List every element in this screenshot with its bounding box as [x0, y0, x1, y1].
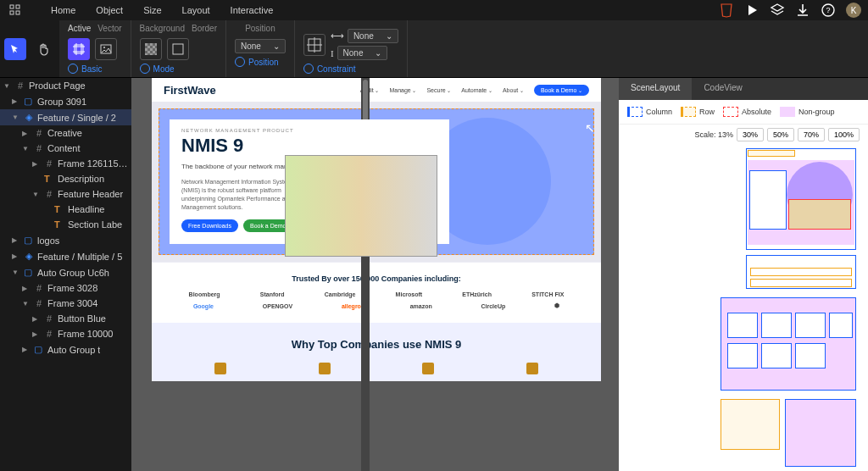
position-foot-icon	[235, 57, 245, 67]
html5-icon[interactable]	[719, 3, 734, 18]
minimap[interactable]	[619, 145, 868, 471]
page-logo: FirstWave	[164, 84, 216, 97]
layer-row[interactable]: TDescription	[0, 171, 131, 186]
menu-size[interactable]: Size	[133, 2, 171, 19]
hero-screenshot	[285, 155, 437, 257]
constraint-foot-icon	[303, 64, 314, 74]
svg-rect-1	[16, 5, 19, 8]
layer-row[interactable]: ▶#Frame 10000	[0, 326, 131, 341]
legend-column-swatch	[627, 107, 643, 117]
layer-row[interactable]: ▼▢Auto Group Uc6h	[0, 264, 131, 280]
svg-rect-2	[10, 11, 14, 14]
toolbar-foot-basic: Basic	[81, 64, 102, 74]
hand-tool-icon[interactable]	[33, 38, 55, 60]
menu-interactive[interactable]: Interactive	[220, 2, 284, 19]
scale-100[interactable]: 100%	[828, 128, 860, 141]
menu-object[interactable]: Object	[86, 2, 133, 19]
help-icon[interactable]: ?	[821, 3, 836, 18]
toolbar-foot-mode: Mode	[153, 64, 175, 74]
layer-row[interactable]: ▶▢Auto Group t	[0, 341, 131, 357]
constraint-grid-icon[interactable]	[303, 34, 326, 56]
layer-row[interactable]: THeadline	[0, 202, 131, 217]
svg-rect-0	[10, 5, 14, 8]
menu-home[interactable]: Home	[41, 2, 86, 19]
tab-scenelayout[interactable]: SceneLayout	[619, 78, 692, 100]
hero-section[interactable]: NETWORK MANAGEMENT PRODUCT NMIS 9 The ba…	[159, 108, 594, 255]
layer-row[interactable]: ▼#Feature Header	[0, 186, 131, 202]
svg-text:?: ?	[826, 6, 830, 14]
layer-row[interactable]: ▶#Creative	[0, 125, 131, 141]
text-icon: I	[331, 48, 334, 58]
layers-panel: ▼#Product Page ▶▢Group 3091▼◈Feature / S…	[0, 78, 131, 471]
layer-row[interactable]: ▼◈Feature / Single / 2	[0, 109, 131, 125]
legend-nongroup-swatch	[780, 107, 795, 117]
menu-layout[interactable]: Layout	[172, 2, 220, 19]
toolbar-head-active[interactable]: Active	[68, 24, 91, 35]
layers-icon[interactable]	[770, 3, 785, 18]
why-feature-icon	[214, 363, 226, 374]
layer-row[interactable]: TSection Labe	[0, 217, 131, 232]
layer-row[interactable]: ▼#Content	[0, 141, 131, 156]
toolbar-head-vector[interactable]: Vector	[97, 24, 121, 35]
canvas[interactable]: FirstWave Audit Manage Secure Automate A…	[131, 78, 619, 471]
svg-point-12	[103, 47, 105, 48]
why-title: Why Top Companies use NMIS 9	[169, 338, 584, 351]
trusted-title: Trusted By over 150,000 Companies includ…	[169, 274, 584, 283]
play-icon[interactable]	[744, 3, 760, 18]
user-avatar[interactable]: K	[846, 3, 861, 18]
legend: Column Row Absolute Non-group	[619, 100, 868, 125]
company-logo: Google	[193, 303, 214, 309]
why-feature-icon	[422, 363, 434, 374]
scale-label: Scale: 13%	[694, 130, 733, 139]
layer-row[interactable]: ▶#Frame 3028	[0, 280, 131, 296]
fill-none-icon[interactable]	[167, 38, 189, 60]
layer-row[interactable]: ▶▢Group 3091	[0, 93, 131, 109]
download-icon[interactable]	[795, 3, 810, 18]
constraint-v-dropdown[interactable]: None	[337, 46, 388, 60]
nav-about[interactable]: About	[503, 87, 524, 93]
toolbar-head-border[interactable]: Border	[192, 24, 217, 35]
tab-codeview[interactable]: CodeView	[692, 78, 754, 100]
toolbar: ActiveVector Basic BackgroundBorder Mode…	[0, 20, 868, 78]
hero-download-button[interactable]: Free Downloads	[181, 219, 238, 232]
layer-root[interactable]: ▼#Product Page	[0, 78, 131, 93]
mode-foot-icon	[140, 64, 150, 74]
app-logo-icon[interactable]	[7, 2, 24, 19]
company-logo: CircleUp	[481, 303, 505, 309]
toolbar-head-background[interactable]: Background	[140, 24, 185, 35]
nav-cta-button[interactable]: Book a Demo	[534, 85, 589, 96]
scale-50[interactable]: 50%	[767, 128, 794, 141]
page-header: FirstWave Audit Manage Secure Automate A…	[152, 78, 601, 102]
scale-70[interactable]: 70%	[798, 128, 825, 141]
legend-absolute-swatch	[723, 107, 738, 117]
scale-30[interactable]: 30%	[737, 128, 764, 141]
legend-row-swatch	[681, 107, 696, 117]
toolbar-foot-constraint: Constraint	[317, 64, 356, 74]
svg-rect-3	[16, 11, 19, 14]
position-dropdown[interactable]: None	[235, 39, 286, 53]
nav-automate[interactable]: Automate	[461, 87, 492, 93]
layer-row[interactable]: ▶#Frame 12611523	[0, 156, 131, 171]
company-logo: ETHzürich	[462, 291, 492, 297]
company-logo: OPENGOV	[263, 303, 292, 309]
nav-manage[interactable]: Manage	[389, 87, 416, 93]
select-tool-icon[interactable]	[4, 38, 26, 60]
why-feature-icon	[319, 363, 331, 374]
layer-row[interactable]: ▼#Frame 3004	[0, 296, 131, 311]
company-logo: Cambridge	[325, 291, 356, 297]
svg-rect-13	[173, 44, 183, 54]
fill-solid-icon[interactable]	[140, 38, 162, 60]
menubar: Home Object Size Layout Interactive ? K	[0, 0, 868, 20]
layer-row[interactable]: ▶◈Feature / Multiple / 5	[0, 248, 131, 264]
layer-row[interactable]: ▶#Button Blue	[0, 311, 131, 326]
basic-foot-icon	[68, 64, 78, 74]
hero-tag: NETWORK MANAGEMENT PRODUCT	[181, 128, 437, 133]
nav-secure[interactable]: Secure	[426, 87, 451, 93]
constraint-h-dropdown[interactable]: None	[348, 29, 398, 43]
frame-icon[interactable]	[68, 38, 90, 60]
why-section: Why Top Companies use NMIS 9	[152, 323, 601, 381]
toolbar-foot-position: Position	[248, 58, 279, 67]
layer-row[interactable]: ▶▢logos	[0, 232, 131, 248]
image-icon[interactable]	[95, 38, 117, 60]
company-logo: Bloomberg	[189, 291, 220, 297]
